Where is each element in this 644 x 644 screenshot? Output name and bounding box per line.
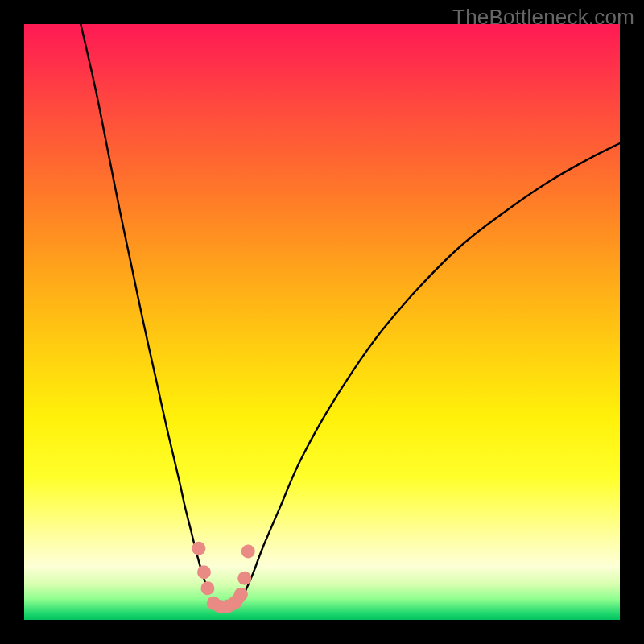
right-curve (245, 143, 620, 593)
curve-layer (24, 24, 620, 620)
valley-markers (192, 542, 254, 614)
valley-dot (234, 588, 248, 601)
valley-dot (200, 581, 214, 595)
valley-dot (197, 565, 211, 579)
outer-frame: TheBottleneck.com (0, 0, 644, 644)
left-curve (80, 24, 208, 593)
valley-dot (192, 542, 205, 555)
valley-dot (237, 572, 251, 585)
valley-dot (242, 544, 255, 558)
plot-area (24, 24, 620, 620)
